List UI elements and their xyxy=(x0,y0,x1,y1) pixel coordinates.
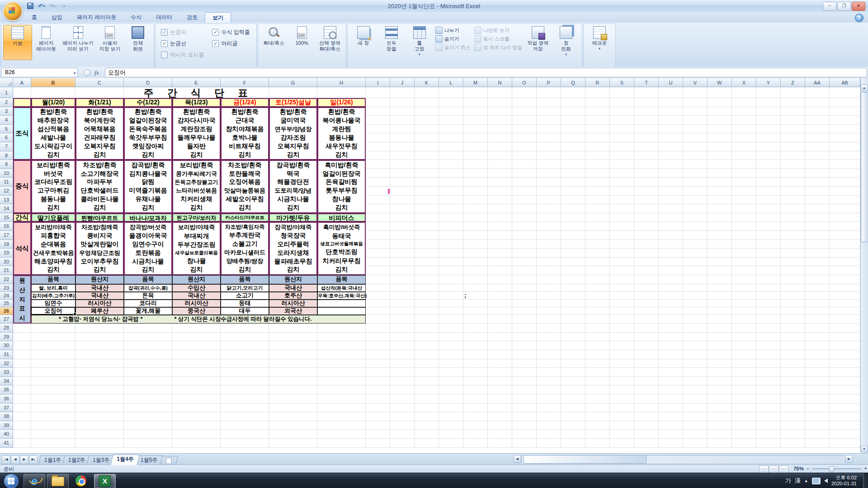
row-header-28[interactable]: 28 xyxy=(0,324,13,333)
name-box-dropdown-icon[interactable]: ▼ xyxy=(73,69,76,78)
meal-cell-석식-day5[interactable]: 차조밥/흑임자죽부추계란국소불고기마카로니샐러드양배추찜/쌈장김치 xyxy=(221,222,269,275)
row-header-20[interactable]: 20 xyxy=(0,258,13,267)
day-header-corner-cell[interactable] xyxy=(13,98,31,107)
row-header-39[interactable]: 39 xyxy=(0,421,13,430)
column-header-B[interactable]: B xyxy=(31,78,75,87)
row-header-32[interactable]: 32 xyxy=(0,359,13,368)
meal-cell-조식-day6[interactable]: 흰밥/흰죽굴미역국연두부/양념장감자조림오복지무침김치 xyxy=(269,107,317,160)
column-header-Y[interactable]: Y xyxy=(756,78,781,87)
origin-cell-r23-c3[interactable]: 수입산 xyxy=(172,284,221,292)
ime-hanja-indicator[interactable]: 漢 xyxy=(795,477,801,485)
meal-cell-간식-day6[interactable]: 마가렛/두유 xyxy=(269,213,317,222)
meal-cell-석식-day2[interactable]: 차조밥/참깨죽콩비지국맛살계란말이우엉채당근조림오이부추무침김치 xyxy=(75,222,124,275)
day-header-목(1/23)[interactable]: 목(1/23) xyxy=(172,98,221,107)
row-header-27[interactable]: 27 xyxy=(0,315,13,324)
sheet-nav-button-1[interactable]: ◀ xyxy=(11,455,19,464)
row-header-4[interactable]: 4 xyxy=(0,116,13,125)
row-header-6[interactable]: 6 xyxy=(0,133,13,142)
row-header-18[interactable]: 18 xyxy=(0,240,13,249)
row-header-41[interactable]: 41 xyxy=(0,439,13,448)
row-header-17[interactable]: 17 xyxy=(0,231,13,240)
origin-cell-r25-c0[interactable]: 임연수 xyxy=(31,300,75,307)
meal-cell-간식-day4[interactable]: 찐고구마/보리차 xyxy=(172,213,221,222)
scroll-down-button[interactable]: ▼ xyxy=(861,446,868,452)
column-header-H[interactable]: H xyxy=(317,78,366,87)
meal-cell-중식-day6[interactable]: 잡곡밥/흰죽떡국해물경단전도토리묵/양념시금치나물김치 xyxy=(269,160,317,213)
meal-cell-조식-day4[interactable]: 흰밥/흰죽감자다시마국계란장조림들깨무우나물돌자반김치 xyxy=(172,107,221,160)
origin-header-5[interactable]: 원산지 xyxy=(269,275,317,284)
fx-icon[interactable]: fx xyxy=(94,69,99,76)
origin-header-2[interactable]: 품목 xyxy=(124,275,172,284)
sheet-tab-1월4주[interactable]: 1월4주 xyxy=(110,455,140,465)
meal-cell-중식-day2[interactable]: 차조밥/흰죽소고기해장국마파두부단호박샐러드콜라비돈나물김치 xyxy=(75,160,124,213)
row-header-31[interactable]: 31 xyxy=(0,350,13,359)
origin-header-0[interactable]: 품목 xyxy=(31,275,75,284)
origin-header-1[interactable]: 원산지 xyxy=(75,275,124,284)
zoom-slider-thumb[interactable] xyxy=(829,466,834,472)
meal-cell-중식-day1[interactable]: 보리밥/흰죽버섯국코다리무조림고구마튀김봄동나물김치 xyxy=(31,160,75,213)
section-label-중식[interactable]: 중식 xyxy=(13,160,31,213)
origin-cell-r25-c1[interactable]: 러시아산 xyxy=(75,300,124,307)
column-header-W[interactable]: W xyxy=(708,78,732,87)
row-header-38[interactable]: 38 xyxy=(0,412,13,421)
ribbon-tab-데이터[interactable]: 데이터 xyxy=(149,12,179,23)
page-break-view-button[interactable] xyxy=(779,465,788,473)
section-label-간식[interactable]: 간식 xyxy=(13,213,31,222)
taskbar-clock[interactable]: 오후 6:02 2020-01-31 xyxy=(831,475,857,487)
origin-cell-r24-c2[interactable]: 돈육 xyxy=(124,292,172,300)
column-header-F[interactable]: F xyxy=(221,78,269,87)
origin-cell-r23-c5[interactable]: 국내산 xyxy=(269,284,317,292)
day-header-토(1/25)설날[interactable]: 토(1/25)설날 xyxy=(269,98,317,107)
row-header-40[interactable]: 40 xyxy=(0,430,13,439)
row-header-11[interactable]: 11 xyxy=(0,178,13,187)
row-header-8[interactable]: 8 xyxy=(0,151,13,160)
normal-view-button[interactable] xyxy=(759,465,769,473)
row-header-21[interactable]: 21 xyxy=(0,266,13,275)
origin-cell-r24-c3[interactable]: 국내산 xyxy=(172,292,221,300)
meal-cell-중식-day7[interactable]: 흑미밥/흰죽얼갈이된장국돈육갈비찜톳두부무침참나물김치 xyxy=(317,160,366,213)
start-button[interactable] xyxy=(4,474,19,488)
origin-note[interactable]: * 고혈압- 저염식 당뇨식- 잡곡밥 ** 상기 식단은 시장수급사정에 따라… xyxy=(31,315,366,324)
zoom-in-icon[interactable]: + xyxy=(864,465,867,471)
ribbon-button-나누기[interactable]: 나누기 xyxy=(435,27,471,34)
meal-cell-조식-day5[interactable]: 흰밥/흰죽근대국참치야채볶음호박나물비트채무침김치 xyxy=(221,107,269,160)
column-header-G[interactable]: G xyxy=(269,78,317,87)
zoom-slider[interactable]: – + xyxy=(812,468,862,469)
taskbar-ie-button[interactable]: e xyxy=(24,474,45,488)
meal-cell-조식-day1[interactable]: 흰밥/흰죽배추된장국섭산적볶음세발나물도시락김구이김치 xyxy=(31,107,75,160)
ribbon-button-새창[interactable]: 새 창 xyxy=(349,25,377,59)
meal-cell-석식-day7[interactable]: 흑미밥/버섯죽동태국생표고버섯들깨볶음단호박조림치커리무무침김치 xyxy=(317,222,366,275)
origin-label[interactable]: 원산지표시 xyxy=(13,275,31,324)
origin-cell-r23-c6[interactable]: 섭산적(돈육:국내산 xyxy=(317,284,366,292)
row-header-14[interactable]: 14 xyxy=(0,204,13,213)
row-header-37[interactable]: 37 xyxy=(0,404,13,413)
origin-cell-r23-c0[interactable]: 쌀, 보리,흑미 xyxy=(31,284,75,292)
section-label-석식[interactable]: 석식 xyxy=(13,222,31,275)
hscroll-left-button[interactable]: ◀ xyxy=(514,455,521,463)
ribbon-button-창전환[interactable]: 창 전환▾ xyxy=(552,25,580,59)
ribbon-button-기본[interactable]: 기본 xyxy=(3,25,32,60)
formula-input[interactable]: 오징어 xyxy=(105,68,867,77)
meal-cell-조식-day2[interactable]: 흰밥/흰죽북어계란국어묵채볶음건파래무침오복지무침김치 xyxy=(75,107,124,160)
ribbon-tab-삽입[interactable]: 삽입 xyxy=(44,12,70,23)
row-header-16[interactable]: 16 xyxy=(0,222,13,231)
meal-cell-석식-day4[interactable]: 보리밥/야채죽부대찌개두부간장조림새우살브로콜리볶음참나물김치 xyxy=(172,222,221,275)
row-header-29[interactable]: 29 xyxy=(0,333,13,342)
origin-header-4[interactable]: 품목 xyxy=(221,275,269,284)
ribbon-button-페이지레이아웃[interactable]: 페이지 레이아웃 xyxy=(32,25,60,59)
ribbon-tab-홈[interactable]: 홈 xyxy=(24,12,44,23)
ribbon-tab-보기[interactable]: 보기 xyxy=(205,12,231,23)
maximize-button[interactable]: ❐ xyxy=(837,2,851,11)
origin-cell-r24-c4[interactable]: 소고기 xyxy=(221,292,269,300)
checkbox-수식입력줄[interactable]: ✓수식 입력줄 xyxy=(212,28,250,36)
meal-cell-간식-day2[interactable]: 찐빵/야쿠르트 xyxy=(75,213,124,222)
meal-cell-중식-day3[interactable]: 잡곡밥/흰죽김치콩나물국닭찜미역줄기볶음유채나물김치 xyxy=(124,160,172,213)
origin-cell-r23-c1[interactable]: 국내산 xyxy=(75,284,124,292)
ribbon-button-사용자지정보기[interactable]: 사용자 지정 보기 xyxy=(96,25,124,59)
tray-expand-icon[interactable]: ▲ xyxy=(804,479,808,483)
day-header-수(1/22)[interactable]: 수(1/22) xyxy=(124,98,172,107)
column-header-AA[interactable]: AA xyxy=(805,78,830,87)
column-header-C[interactable]: C xyxy=(75,78,124,87)
column-header-M[interactable]: M xyxy=(463,78,488,87)
column-header-S[interactable]: S xyxy=(610,78,634,87)
